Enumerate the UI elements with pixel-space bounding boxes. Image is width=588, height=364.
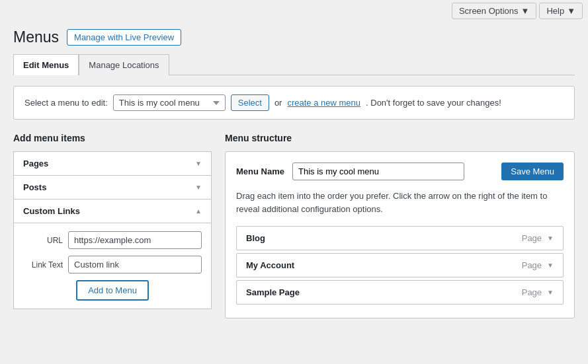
select-menu-bar: Select a menu to edit: This is my cool m… <box>13 86 575 120</box>
custom-links-accordion-body: URL Link Text Add to Menu <box>14 223 211 309</box>
help-chevron-icon: ▼ <box>567 6 575 16</box>
pages-accordion: Pages ▼ <box>13 151 212 176</box>
menu-item-blog-right: Page ▼ <box>522 233 554 243</box>
url-form-row: URL <box>23 231 202 249</box>
help-button[interactable]: Help ▼ <box>539 3 583 19</box>
screen-options-chevron-icon: ▼ <box>521 6 530 16</box>
menu-item-sample-page-label: Sample Page <box>246 287 300 297</box>
title-row: Menus Manage with Live Preview <box>13 28 575 46</box>
menu-structure-box: Menu Name Save Menu Drag each item into … <box>225 151 575 318</box>
posts-accordion-header[interactable]: Posts ▼ <box>14 176 211 199</box>
menu-structure-title: Menu structure <box>225 133 575 143</box>
menu-item-my-account-label: My Account <box>246 260 294 270</box>
url-label: URL <box>23 236 63 245</box>
url-input[interactable] <box>68 231 202 249</box>
select-prefix-text: Select a menu to edit: <box>24 98 108 108</box>
pages-accordion-header[interactable]: Pages ▼ <box>14 152 211 175</box>
menu-item-blog-type: Page <box>522 233 542 243</box>
page-content: Menus Manage with Live Preview Edit Menu… <box>0 22 588 332</box>
help-label: Help <box>546 6 564 16</box>
tab-edit-menus[interactable]: Edit Menus <box>13 54 79 75</box>
or-text: or <box>274 98 282 108</box>
menu-item-my-account-chevron-icon[interactable]: ▼ <box>547 262 554 269</box>
menu-name-label: Menu Name <box>236 166 284 176</box>
page-title: Menus <box>13 28 59 46</box>
posts-accordion-label: Posts <box>23 182 46 192</box>
custom-links-accordion-arrow-icon: ▲ <box>195 207 202 215</box>
link-text-label: Link Text <box>23 260 63 270</box>
menu-item-sample-page-right: Page ▼ <box>522 287 554 297</box>
right-column: Menu structure Menu Name Save Menu Drag … <box>225 133 575 318</box>
left-column: Add menu items Pages ▼ Posts ▼ Custom Li… <box>13 133 212 309</box>
menu-item-my-account-type: Page <box>522 260 542 270</box>
menu-item-blog-label: Blog <box>246 233 265 243</box>
posts-accordion-arrow-icon: ▼ <box>195 184 202 191</box>
link-text-form-row: Link Text <box>23 256 202 273</box>
menu-item-my-account-right: Page ▼ <box>522 260 554 270</box>
add-to-menu-button[interactable]: Add to Menu <box>76 280 149 301</box>
menu-item-my-account[interactable]: My Account Page ▼ <box>236 253 564 277</box>
menu-item-blog-chevron-icon[interactable]: ▼ <box>547 235 554 242</box>
menu-item-sample-page-type: Page <box>522 287 542 297</box>
suffix-text: . Don't forget to save your changes! <box>366 98 501 108</box>
menu-select-dropdown[interactable]: This is my cool menuAnother menu <box>113 94 226 111</box>
posts-accordion: Posts ▼ <box>13 175 212 200</box>
screen-options-label: Screen Options <box>459 6 519 16</box>
top-bar: Screen Options ▼ Help ▼ <box>0 0 588 22</box>
create-new-menu-link[interactable]: create a new menu <box>287 98 360 108</box>
pages-accordion-arrow-icon: ▼ <box>195 160 202 167</box>
menu-item-sample-page[interactable]: Sample Page Page ▼ <box>236 280 564 305</box>
custom-links-accordion-label: Custom Links <box>23 206 80 216</box>
tab-row: Edit Menus Manage Locations <box>13 54 575 75</box>
menu-item-blog[interactable]: Blog Page ▼ <box>236 226 564 250</box>
two-column-layout: Add menu items Pages ▼ Posts ▼ Custom Li… <box>13 133 575 318</box>
link-text-input[interactable] <box>68 256 202 273</box>
tab-manage-locations[interactable]: Manage Locations <box>79 54 169 75</box>
save-menu-button[interactable]: Save Menu <box>501 163 564 180</box>
select-button[interactable]: Select <box>231 94 269 111</box>
live-preview-button[interactable]: Manage with Live Preview <box>67 29 181 46</box>
pages-accordion-label: Pages <box>23 159 48 168</box>
menu-name-row: Menu Name Save Menu <box>236 163 564 180</box>
drag-instructions: Drag each item into the order you prefer… <box>236 190 564 215</box>
menu-name-input[interactable] <box>292 163 464 180</box>
custom-links-accordion: Custom Links ▲ URL Link Text Add to Menu <box>13 199 212 309</box>
add-menu-items-title: Add menu items <box>13 133 212 143</box>
custom-links-accordion-header[interactable]: Custom Links ▲ <box>14 200 211 223</box>
screen-options-button[interactable]: Screen Options ▼ <box>452 3 536 19</box>
menu-item-sample-page-chevron-icon[interactable]: ▼ <box>547 289 554 296</box>
